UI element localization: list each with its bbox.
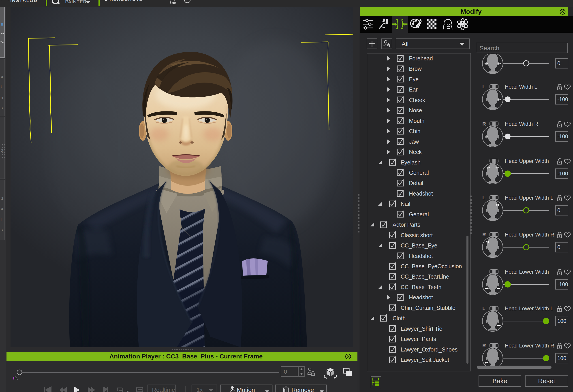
svg-text:L: L (482, 84, 485, 89)
svg-text:L: L (482, 306, 485, 311)
svg-text:Remove: Remove (291, 387, 314, 392)
svg-text:Neck: Neck (409, 149, 422, 155)
svg-text:R: R (482, 121, 486, 127)
svg-text:100: 100 (557, 318, 566, 324)
svg-text:Nail: Nail (401, 201, 410, 207)
svg-text:0: 0 (284, 368, 287, 375)
svg-text:Nose: Nose (409, 107, 422, 113)
svg-text:Detail: Detail (409, 180, 423, 186)
svg-text:Lawyer_Oxford_Shoes: Lawyer_Oxford_Shoes (401, 346, 458, 353)
svg-text:INSTALOD: INSTALOD (10, 0, 38, 3)
svg-text:Head Upper Width: Head Upper Width (505, 158, 549, 164)
svg-text:Head Width R: Head Width R (505, 121, 538, 127)
svg-text:Forehead: Forehead (409, 55, 433, 62)
svg-text:Headshot: Headshot (409, 294, 433, 301)
svg-text:Chin_Curtain_Stubble: Chin_Curtain_Stubble (401, 305, 455, 311)
svg-text:Head Width L: Head Width L (505, 84, 537, 90)
svg-text:Mouth: Mouth (409, 118, 424, 124)
svg-text:CC_Base_Eye: CC_Base_Eye (401, 242, 437, 249)
svg-text:Lawyer_Shirt Tie: Lawyer_Shirt Tie (401, 325, 442, 332)
svg-text:Head Upper Width R: Head Upper Width R (505, 232, 554, 238)
svg-text:R: R (482, 232, 486, 237)
svg-text:100: 100 (557, 355, 566, 361)
svg-text:CC_Base_Teeth: CC_Base_Teeth (401, 284, 441, 290)
svg-text:Cheek: Cheek (409, 97, 425, 103)
svg-text:Head Lower Width: Head Lower Width (505, 269, 549, 275)
svg-text:-100: -100 (557, 133, 568, 139)
svg-text:L: L (482, 195, 485, 200)
svg-text:Lawyer_Suit Jacket: Lawyer_Suit Jacket (401, 357, 449, 363)
svg-text:Head Lower Width L: Head Lower Width L (505, 305, 553, 311)
svg-text:Headshot: Headshot (409, 190, 433, 197)
svg-text:HEADSHOT2: HEADSHOT2 (109, 0, 143, 2)
svg-text:Realtime: Realtime (152, 386, 175, 392)
svg-text:0: 0 (557, 60, 560, 66)
svg-text:CC_Base_EyeOcclusion: CC_Base_EyeOcclusion (401, 263, 462, 269)
svg-text:-100: -100 (557, 171, 568, 177)
svg-text:CC_Base_TearLine: CC_Base_TearLine (401, 273, 449, 280)
svg-text:Actor Parts: Actor Parts (393, 221, 420, 228)
svg-text:-100: -100 (557, 96, 568, 102)
svg-text:General: General (409, 211, 429, 217)
svg-text:-100: -100 (557, 281, 568, 287)
svg-text:0: 0 (557, 207, 560, 213)
svg-text:Head Upper Width L: Head Upper Width L (505, 195, 553, 201)
svg-text:Jaw: Jaw (409, 139, 419, 145)
svg-text:0: 0 (557, 244, 560, 250)
svg-text:Motion: Motion (237, 387, 255, 392)
svg-text:Head Lower Width R: Head Lower Width R (505, 342, 554, 349)
svg-text:1x: 1x (197, 386, 203, 392)
svg-text:R: R (482, 343, 486, 348)
svg-text:Eye: Eye (409, 76, 419, 82)
svg-text:Headshot: Headshot (409, 253, 433, 259)
svg-text:Chin: Chin (409, 128, 420, 134)
svg-text:Cloth: Cloth (393, 315, 406, 321)
svg-text:General: General (409, 170, 429, 176)
svg-text:Ear: Ear (409, 86, 418, 93)
svg-text:Classic short: Classic short (401, 232, 433, 238)
svg-text:Eyelash: Eyelash (401, 159, 421, 166)
svg-text:Brow: Brow (409, 66, 422, 72)
svg-text:Lawyer_Pants: Lawyer_Pants (401, 336, 436, 342)
